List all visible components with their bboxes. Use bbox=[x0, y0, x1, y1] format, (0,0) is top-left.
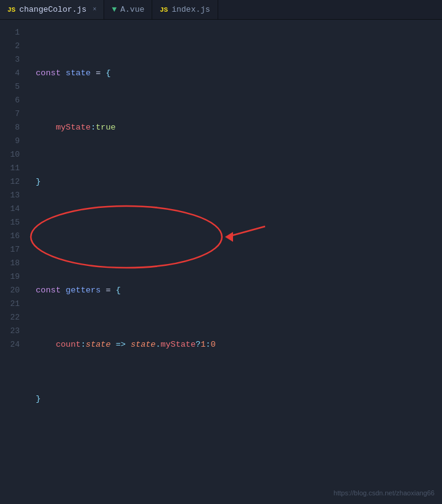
tab-changecolor[interactable]: JS changeColor.js × bbox=[0, 0, 104, 19]
code-content: const state = { myState:true } const get… bbox=[26, 20, 442, 504]
js-icon: JS bbox=[160, 6, 168, 14]
watermark: https://blog.csdn.net/zhaoxiang66 bbox=[334, 489, 435, 497]
js-icon: JS bbox=[7, 6, 15, 14]
close-icon[interactable]: × bbox=[92, 6, 96, 13]
tab-bar: JS changeColor.js × ▼ A.vue JS index.js bbox=[0, 0, 442, 20]
vue-icon: ▼ bbox=[112, 5, 117, 14]
code-line-8 bbox=[36, 447, 442, 460]
tab-label: changeColor.js bbox=[19, 5, 86, 14]
tab-label: index.js bbox=[171, 5, 210, 14]
code-line-2: myState:true bbox=[36, 121, 442, 134]
tab-label: A.vue bbox=[120, 5, 144, 14]
editor-area: 1 2 3 4 5 6 7 8 9 10 11 12 13 14 15 16 1… bbox=[0, 20, 442, 504]
code-line-9: const mutations = { bbox=[36, 501, 442, 504]
code-line-6: count:state => state.myState?1:0 bbox=[36, 338, 442, 352]
tab-avue[interactable]: ▼ A.vue bbox=[104, 0, 152, 19]
tab-indexjs[interactable]: JS index.js bbox=[152, 0, 218, 19]
code-line-1: const state = { bbox=[36, 67, 442, 80]
code-line-5: const getters = { bbox=[36, 284, 442, 297]
code-line-7: } bbox=[36, 392, 442, 406]
code-line-4 bbox=[36, 229, 442, 243]
code-line-3: } bbox=[36, 175, 442, 189]
line-numbers: 1 2 3 4 5 6 7 8 9 10 11 12 13 14 15 16 1… bbox=[0, 20, 26, 504]
